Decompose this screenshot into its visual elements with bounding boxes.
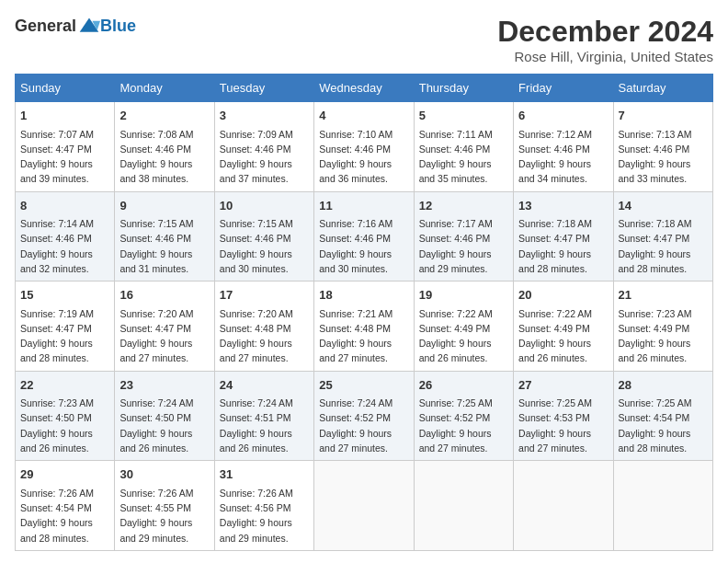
col-sunday: Sunday [16,75,115,102]
day-detail: Sunrise: 7:10 AMSunset: 4:46 PMDaylight:… [319,127,408,187]
day-number: 30 [119,465,209,484]
day-detail: Sunrise: 7:25 AMSunset: 4:52 PMDaylight:… [419,396,508,455]
table-row: 15Sunrise: 7:19 AMSunset: 4:47 PMDayligh… [16,282,115,372]
calendar-row: 15Sunrise: 7:19 AMSunset: 4:47 PMDayligh… [16,282,713,372]
day-number: 7 [619,107,708,125]
day-detail: Sunrise: 7:12 AMSunset: 4:46 PMDaylight:… [518,127,608,187]
day-detail: Sunrise: 7:15 AMSunset: 4:46 PMDaylight:… [220,216,309,276]
day-number: 5 [419,107,508,125]
table-row: 29Sunrise: 7:26 AMSunset: 4:54 PMDayligh… [16,461,115,551]
logo-area: General Blue [15,15,136,37]
col-monday: Monday [115,75,214,102]
table-row: 12Sunrise: 7:17 AMSunset: 4:46 PMDayligh… [414,191,513,282]
day-number: 1 [20,107,109,125]
day-number: 14 [619,197,708,215]
table-row: 4Sunrise: 7:10 AMSunset: 4:46 PMDaylight… [314,102,414,192]
day-detail: Sunrise: 7:13 AMSunset: 4:46 PMDaylight:… [619,127,708,187]
logo-general: General [15,17,76,36]
calendar-row: 8Sunrise: 7:14 AMSunset: 4:46 PMDaylight… [16,191,713,282]
table-row: 10Sunrise: 7:15 AMSunset: 4:46 PMDayligh… [214,191,313,282]
calendar-row: 1Sunrise: 7:07 AMSunset: 4:47 PMDaylight… [16,102,713,192]
calendar-table: Sunday Monday Tuesday Wednesday Thursday… [15,74,713,551]
day-number: 22 [20,376,109,395]
day-number: 10 [220,197,309,215]
day-detail: Sunrise: 7:21 AMSunset: 4:48 PMDaylight:… [319,306,408,366]
col-thursday: Thursday [414,75,513,102]
day-detail: Sunrise: 7:08 AMSunset: 4:46 PMDaylight:… [119,127,209,187]
table-row: 22Sunrise: 7:23 AMSunset: 4:50 PMDayligh… [16,371,115,461]
day-number: 8 [20,197,109,215]
table-row: 24Sunrise: 7:24 AMSunset: 4:51 PMDayligh… [214,371,313,461]
table-row: 2Sunrise: 7:08 AMSunset: 4:46 PMDaylight… [115,102,214,192]
day-number: 11 [319,197,408,215]
table-row: 30Sunrise: 7:26 AMSunset: 4:55 PMDayligh… [115,461,214,551]
title-area: December 2024 Rose Hill, Virginia, Unite… [497,15,713,64]
day-number: 9 [119,197,209,215]
day-detail: Sunrise: 7:23 AMSunset: 4:50 PMDaylight:… [20,396,109,455]
day-detail: Sunrise: 7:11 AMSunset: 4:46 PMDaylight:… [419,127,508,187]
day-number: 13 [518,197,608,215]
day-detail: Sunrise: 7:17 AMSunset: 4:46 PMDaylight:… [419,216,508,276]
day-number: 12 [419,197,508,215]
table-row: 18Sunrise: 7:21 AMSunset: 4:48 PMDayligh… [314,282,414,372]
table-row: 16Sunrise: 7:20 AMSunset: 4:47 PMDayligh… [115,282,214,372]
calendar-row: 29Sunrise: 7:26 AMSunset: 4:54 PMDayligh… [16,461,713,551]
day-number: 23 [119,376,209,395]
header: General Blue December 2024 Rose Hill, Vi… [15,15,713,64]
table-row: 28Sunrise: 7:25 AMSunset: 4:54 PMDayligh… [613,371,712,461]
table-row [613,461,712,551]
day-detail: Sunrise: 7:14 AMSunset: 4:46 PMDaylight:… [20,216,109,276]
table-row: 7Sunrise: 7:13 AMSunset: 4:46 PMDaylight… [613,102,712,192]
day-detail: Sunrise: 7:20 AMSunset: 4:48 PMDaylight:… [220,306,309,366]
day-detail: Sunrise: 7:20 AMSunset: 4:47 PMDaylight:… [119,306,209,366]
day-number: 17 [220,286,309,304]
day-detail: Sunrise: 7:26 AMSunset: 4:56 PMDaylight:… [220,486,309,546]
day-number: 27 [518,376,608,395]
location-title: Rose Hill, Virginia, United States [497,49,713,64]
day-detail: Sunrise: 7:07 AMSunset: 4:47 PMDaylight:… [20,127,109,187]
day-detail: Sunrise: 7:25 AMSunset: 4:53 PMDaylight:… [518,396,608,455]
day-detail: Sunrise: 7:23 AMSunset: 4:49 PMDaylight:… [619,306,708,366]
day-number: 19 [419,286,508,304]
day-detail: Sunrise: 7:26 AMSunset: 4:55 PMDaylight:… [119,486,209,546]
table-row: 21Sunrise: 7:23 AMSunset: 4:49 PMDayligh… [613,282,712,372]
table-row: 13Sunrise: 7:18 AMSunset: 4:47 PMDayligh… [514,191,613,282]
day-number: 21 [619,286,708,304]
day-number: 28 [619,376,708,395]
table-row: 3Sunrise: 7:09 AMSunset: 4:46 PMDaylight… [214,102,313,192]
table-row: 19Sunrise: 7:22 AMSunset: 4:49 PMDayligh… [414,282,513,372]
table-row: 17Sunrise: 7:20 AMSunset: 4:48 PMDayligh… [214,282,313,372]
col-tuesday: Tuesday [214,75,313,102]
table-row: 27Sunrise: 7:25 AMSunset: 4:53 PMDayligh… [514,371,613,461]
table-row: 9Sunrise: 7:15 AMSunset: 4:46 PMDaylight… [115,191,214,282]
logo-icon [78,15,100,37]
day-number: 18 [319,286,408,304]
table-row [514,461,613,551]
col-saturday: Saturday [613,75,712,102]
col-wednesday: Wednesday [314,75,414,102]
day-detail: Sunrise: 7:18 AMSunset: 4:47 PMDaylight:… [518,216,608,276]
table-row [314,461,414,551]
day-number: 29 [20,465,109,484]
day-number: 25 [319,376,408,395]
table-row: 31Sunrise: 7:26 AMSunset: 4:56 PMDayligh… [214,461,313,551]
day-detail: Sunrise: 7:22 AMSunset: 4:49 PMDaylight:… [518,306,608,366]
table-row: 8Sunrise: 7:14 AMSunset: 4:46 PMDaylight… [16,191,115,282]
table-row: 26Sunrise: 7:25 AMSunset: 4:52 PMDayligh… [414,371,513,461]
day-detail: Sunrise: 7:18 AMSunset: 4:47 PMDaylight:… [619,216,708,276]
day-detail: Sunrise: 7:24 AMSunset: 4:51 PMDaylight:… [220,396,309,455]
day-number: 16 [119,286,209,304]
logo-blue: Blue [100,17,136,36]
logo: General Blue [15,15,136,37]
month-title: December 2024 [497,15,713,49]
day-detail: Sunrise: 7:25 AMSunset: 4:54 PMDaylight:… [619,396,708,455]
calendar-row: 22Sunrise: 7:23 AMSunset: 4:50 PMDayligh… [16,371,713,461]
day-detail: Sunrise: 7:24 AMSunset: 4:50 PMDaylight:… [119,396,209,455]
day-number: 26 [419,376,508,395]
day-detail: Sunrise: 7:15 AMSunset: 4:46 PMDaylight:… [119,216,209,276]
table-row: 14Sunrise: 7:18 AMSunset: 4:47 PMDayligh… [613,191,712,282]
day-detail: Sunrise: 7:26 AMSunset: 4:54 PMDaylight:… [20,486,109,546]
day-number: 2 [119,107,209,125]
day-detail: Sunrise: 7:09 AMSunset: 4:46 PMDaylight:… [220,127,309,187]
table-row: 11Sunrise: 7:16 AMSunset: 4:46 PMDayligh… [314,191,414,282]
